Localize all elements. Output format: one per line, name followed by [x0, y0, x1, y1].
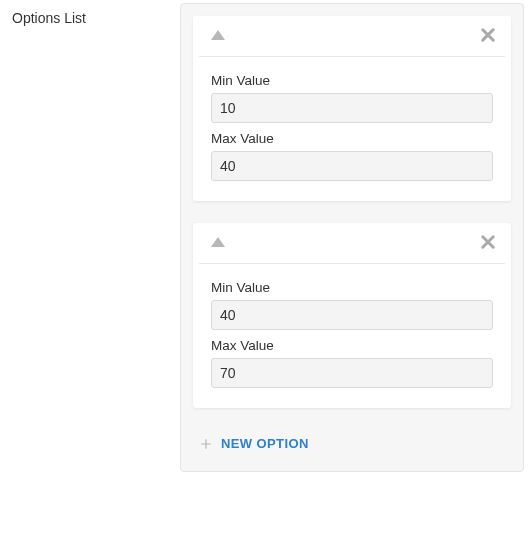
- page-title: Options List: [12, 10, 180, 26]
- plus-icon: [199, 437, 213, 451]
- new-option-label: NEW OPTION: [221, 436, 309, 451]
- min-value-label: Min Value: [211, 73, 493, 88]
- card-body: Min Value Max Value: [193, 57, 511, 201]
- min-value-input[interactable]: [211, 300, 493, 330]
- left-column: Options List: [0, 0, 180, 475]
- close-icon: [479, 26, 497, 44]
- option-card: Min Value Max Value: [193, 223, 511, 408]
- card-body: Min Value Max Value: [193, 264, 511, 408]
- close-icon: [479, 233, 497, 251]
- card-header: [193, 16, 511, 56]
- max-value-label: Max Value: [211, 131, 493, 146]
- min-value-label: Min Value: [211, 280, 493, 295]
- card-header: [193, 223, 511, 263]
- min-value-input[interactable]: [211, 93, 493, 123]
- collapse-up-icon[interactable]: [211, 237, 225, 247]
- collapse-up-icon[interactable]: [211, 30, 225, 40]
- max-value-input[interactable]: [211, 151, 493, 181]
- options-panel: Min Value Max Value Min Value Max Value: [180, 3, 524, 472]
- delete-option-button[interactable]: [479, 233, 497, 251]
- new-option-button[interactable]: NEW OPTION: [193, 430, 315, 459]
- max-value-label: Max Value: [211, 338, 493, 353]
- options-list-editor: Options List Min Value Max Value: [0, 0, 532, 475]
- option-card: Min Value Max Value: [193, 16, 511, 201]
- delete-option-button[interactable]: [479, 26, 497, 44]
- max-value-input[interactable]: [211, 358, 493, 388]
